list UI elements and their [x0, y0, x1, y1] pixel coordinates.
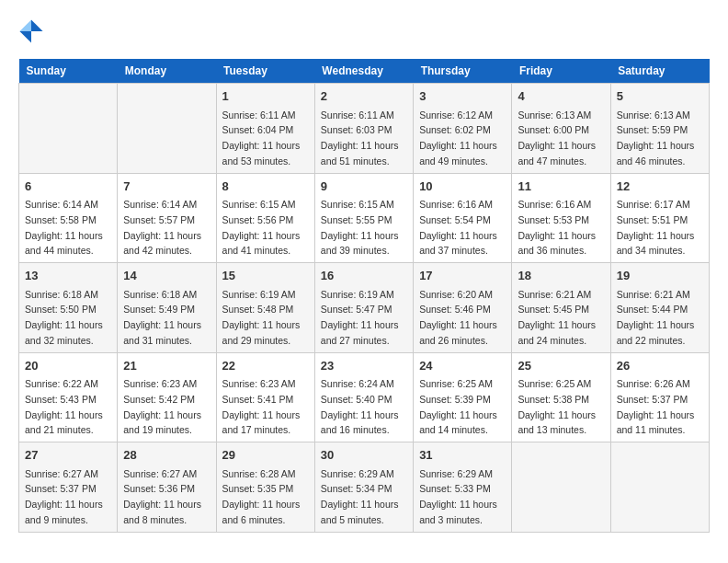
calendar-cell: 3Sunrise: 6:12 AMSunset: 6:02 PMDaylight… — [414, 84, 512, 174]
day-number: 27 — [25, 446, 111, 465]
daylight-text: Daylight: 11 hours and 51 minutes. — [321, 140, 399, 167]
sunrise-text: Sunrise: 6:13 AM — [518, 109, 591, 121]
sunrise-text: Sunrise: 6:28 AM — [222, 468, 296, 479]
day-number: 9 — [321, 178, 407, 196]
day-number: 5 — [617, 87, 703, 106]
calendar-cell: 14Sunrise: 6:18 AMSunset: 5:49 PMDayligh… — [118, 263, 216, 353]
daylight-text: Daylight: 11 hours and 27 minutes. — [321, 319, 399, 346]
calendar-cell — [610, 442, 709, 533]
sunset-text: Sunset: 5:54 PM — [419, 214, 491, 225]
weekday-header-sunday: Sunday — [19, 59, 118, 84]
daylight-text: Daylight: 11 hours and 22 minutes. — [617, 319, 695, 346]
page-header — [18, 18, 710, 44]
calendar-week-3: 13Sunrise: 6:18 AMSunset: 5:50 PMDayligh… — [19, 263, 710, 353]
sunrise-text: Sunrise: 6:27 AM — [123, 468, 197, 479]
sunrise-text: Sunrise: 6:11 AM — [321, 109, 394, 121]
daylight-text: Daylight: 11 hours and 49 minutes. — [419, 140, 497, 167]
sunset-text: Sunset: 5:47 PM — [321, 304, 392, 315]
daylight-text: Daylight: 11 hours and 3 minutes. — [419, 499, 497, 525]
sunset-text: Sunset: 5:53 PM — [518, 214, 589, 225]
calendar-cell — [118, 84, 216, 174]
calendar-week-2: 6Sunrise: 6:14 AMSunset: 5:58 PMDaylight… — [19, 173, 710, 263]
daylight-text: Daylight: 11 hours and 24 minutes. — [518, 319, 596, 346]
calendar-table: SundayMondayTuesdayWednesdayThursdayFrid… — [18, 59, 710, 533]
weekday-header-wednesday: Wednesday — [314, 59, 413, 84]
sunrise-text: Sunrise: 6:23 AM — [222, 378, 296, 389]
day-number: 26 — [617, 357, 703, 375]
sunrise-text: Sunrise: 6:11 AM — [222, 109, 296, 121]
calendar-cell: 16Sunrise: 6:19 AMSunset: 5:47 PMDayligh… — [314, 263, 413, 353]
calendar-cell — [512, 442, 610, 533]
day-number: 2 — [321, 87, 407, 106]
daylight-text: Daylight: 11 hours and 16 minutes. — [321, 409, 399, 436]
sunset-text: Sunset: 5:36 PM — [123, 483, 195, 494]
sunset-text: Sunset: 5:55 PM — [321, 214, 392, 225]
sunset-text: Sunset: 5:58 PM — [25, 214, 97, 225]
day-number: 19 — [617, 267, 703, 285]
day-number: 24 — [419, 357, 506, 375]
daylight-text: Daylight: 11 hours and 29 minutes. — [222, 319, 301, 346]
daylight-text: Daylight: 11 hours and 53 minutes. — [222, 140, 301, 167]
daylight-text: Daylight: 11 hours and 17 minutes. — [222, 409, 301, 436]
sunrise-text: Sunrise: 6:23 AM — [123, 378, 197, 389]
daylight-text: Daylight: 11 hours and 26 minutes. — [419, 319, 497, 346]
sunset-text: Sunset: 5:34 PM — [321, 483, 392, 494]
sunset-text: Sunset: 5:39 PM — [419, 394, 491, 405]
daylight-text: Daylight: 11 hours and 47 minutes. — [518, 140, 596, 167]
day-number: 22 — [222, 357, 309, 375]
calendar-cell: 12Sunrise: 6:17 AMSunset: 5:51 PMDayligh… — [610, 173, 709, 263]
calendar-cell: 20Sunrise: 6:22 AMSunset: 5:43 PMDayligh… — [19, 352, 118, 442]
svg-marker-2 — [19, 31, 31, 43]
sunset-text: Sunset: 6:04 PM — [222, 124, 294, 135]
daylight-text: Daylight: 11 hours and 13 minutes. — [518, 409, 596, 436]
calendar-cell: 9Sunrise: 6:15 AMSunset: 5:55 PMDaylight… — [314, 173, 413, 263]
day-number: 12 — [617, 178, 703, 196]
daylight-text: Daylight: 11 hours and 41 minutes. — [222, 230, 301, 257]
calendar-cell: 17Sunrise: 6:20 AMSunset: 5:46 PMDayligh… — [414, 263, 512, 353]
calendar-cell: 22Sunrise: 6:23 AMSunset: 5:41 PMDayligh… — [216, 352, 314, 442]
calendar-cell: 8Sunrise: 6:15 AMSunset: 5:56 PMDaylight… — [216, 173, 314, 263]
sunset-text: Sunset: 5:37 PM — [25, 483, 97, 494]
daylight-text: Daylight: 11 hours and 5 minutes. — [321, 499, 399, 525]
daylight-text: Daylight: 11 hours and 34 minutes. — [617, 230, 695, 257]
svg-marker-0 — [31, 19, 43, 31]
calendar-week-4: 20Sunrise: 6:22 AMSunset: 5:43 PMDayligh… — [19, 352, 710, 442]
sunrise-text: Sunrise: 6:15 AM — [222, 199, 296, 210]
calendar-cell: 1Sunrise: 6:11 AMSunset: 6:04 PMDaylight… — [216, 84, 314, 174]
daylight-text: Daylight: 11 hours and 9 minutes. — [25, 499, 103, 525]
sunset-text: Sunset: 5:45 PM — [518, 304, 589, 315]
day-number: 10 — [419, 178, 506, 196]
sunrise-text: Sunrise: 6:16 AM — [419, 199, 493, 210]
day-number: 6 — [25, 178, 111, 196]
day-number: 31 — [419, 446, 506, 465]
sunset-text: Sunset: 5:46 PM — [419, 304, 491, 315]
calendar-cell: 15Sunrise: 6:19 AMSunset: 5:48 PMDayligh… — [216, 263, 314, 353]
weekday-header-saturday: Saturday — [610, 59, 709, 84]
day-number: 23 — [321, 357, 407, 375]
sunset-text: Sunset: 6:00 PM — [518, 124, 589, 135]
sunset-text: Sunset: 5:42 PM — [123, 394, 195, 405]
daylight-text: Daylight: 11 hours and 39 minutes. — [321, 230, 399, 257]
sunrise-text: Sunrise: 6:20 AM — [419, 289, 493, 300]
day-number: 13 — [25, 267, 111, 285]
sunset-text: Sunset: 5:59 PM — [617, 124, 688, 135]
sunset-text: Sunset: 5:33 PM — [419, 483, 491, 494]
daylight-text: Daylight: 11 hours and 31 minutes. — [123, 319, 201, 346]
daylight-text: Daylight: 11 hours and 8 minutes. — [123, 499, 201, 525]
day-number: 18 — [518, 267, 604, 285]
sunrise-text: Sunrise: 6:24 AM — [321, 378, 394, 389]
day-number: 30 — [321, 446, 407, 465]
calendar-cell: 27Sunrise: 6:27 AMSunset: 5:37 PMDayligh… — [19, 442, 118, 533]
weekday-header-thursday: Thursday — [414, 59, 512, 84]
sunset-text: Sunset: 5:43 PM — [25, 394, 97, 405]
sunrise-text: Sunrise: 6:18 AM — [123, 289, 197, 300]
calendar-cell: 18Sunrise: 6:21 AMSunset: 5:45 PMDayligh… — [512, 263, 610, 353]
daylight-text: Daylight: 11 hours and 11 minutes. — [617, 409, 695, 436]
daylight-text: Daylight: 11 hours and 44 minutes. — [25, 230, 103, 257]
sunrise-text: Sunrise: 6:14 AM — [123, 199, 197, 210]
svg-marker-1 — [19, 19, 31, 31]
calendar-week-5: 27Sunrise: 6:27 AMSunset: 5:37 PMDayligh… — [19, 442, 710, 533]
daylight-text: Daylight: 11 hours and 37 minutes. — [419, 230, 497, 257]
calendar-cell: 7Sunrise: 6:14 AMSunset: 5:57 PMDaylight… — [118, 173, 216, 263]
sunset-text: Sunset: 5:38 PM — [518, 394, 589, 405]
